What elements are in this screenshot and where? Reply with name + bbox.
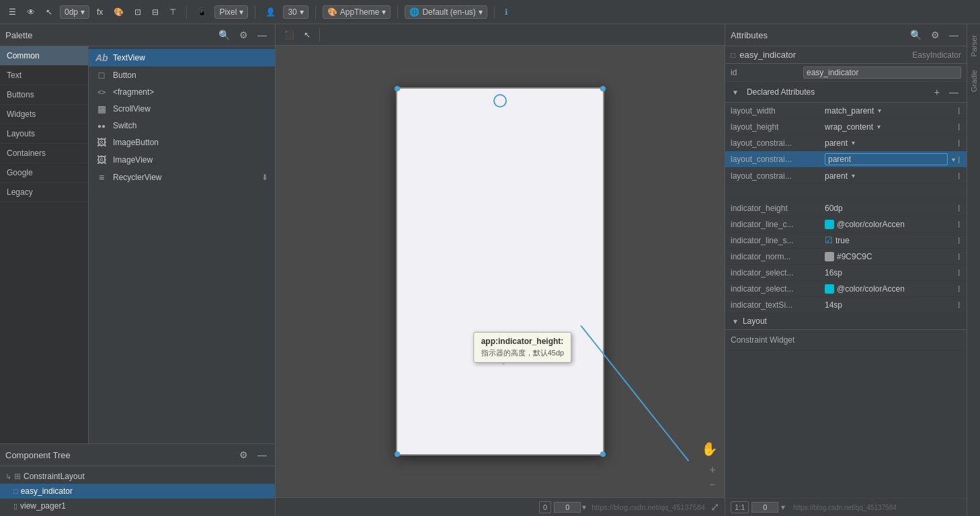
attr-zoom-input[interactable] bbox=[751, 502, 778, 513]
palette-item-fragment[interactable]: <> <fragment> bbox=[89, 84, 275, 100]
constrai-2-more-btn[interactable]: | bbox=[956, 156, 961, 163]
attr-settings-btn[interactable]: ⚙ bbox=[928, 28, 942, 42]
tree-minimize-btn[interactable]: — bbox=[255, 448, 270, 462]
attr-row-indicator-textsi: indicator_textSi... 14sp | bbox=[725, 297, 967, 313]
palette-item-button[interactable]: □ Button bbox=[89, 67, 275, 84]
constrai-1-more-btn[interactable]: | bbox=[956, 139, 961, 146]
palette-search-btn[interactable]: 🔍 bbox=[216, 28, 233, 42]
declared-attrs-add-btn[interactable]: + bbox=[932, 85, 942, 99]
palette-item-switch[interactable]: ●● Switch bbox=[89, 118, 275, 134]
indicator-select-1-more-btn[interactable]: | bbox=[956, 269, 961, 276]
palette-cat-common[interactable]: Common bbox=[0, 46, 88, 66]
palette-cat-containers[interactable]: Containers bbox=[0, 144, 88, 163]
indicator-norm-value: #9C9C9C bbox=[825, 252, 956, 261]
canvas-select-btn[interactable]: ↖ bbox=[300, 29, 314, 41]
tree-item-constraintlayout[interactable]: ↳ ⊞ ConstraintLayout bbox=[0, 469, 275, 484]
toolbar-theme-dropdown[interactable]: 🎨 AppTheme ▾ bbox=[323, 5, 391, 19]
attr-minimize-btn[interactable]: — bbox=[946, 28, 961, 42]
palette-settings-btn[interactable]: ⚙ bbox=[237, 28, 251, 42]
layout-section-header[interactable]: ▼ Layout bbox=[725, 313, 967, 330]
sidebar-tab-gradle[interactable]: Gradle bbox=[969, 66, 979, 96]
toolbar-locale-dropdown[interactable]: 🌐 Default (en-us) ▾ bbox=[405, 5, 487, 19]
indicator-height-more-btn[interactable]: | bbox=[956, 204, 961, 212]
declared-attrs-remove-btn[interactable]: — bbox=[946, 85, 961, 99]
layout-height-more-btn[interactable]: | bbox=[956, 123, 961, 130]
attr-row-indicator-height-hovered bbox=[725, 184, 967, 200]
button-label: Button bbox=[113, 71, 136, 80]
palette-item-imagebutton[interactable]: 🖼 ImageButton bbox=[89, 134, 275, 151]
toolbar-api-dropdown[interactable]: 30 ▾ bbox=[283, 5, 308, 19]
toolbar-pixel-dropdown[interactable]: Pixel ▾ bbox=[214, 5, 248, 19]
toolbar-constraint-btn[interactable]: ⊡ bbox=[131, 6, 145, 18]
indicator-line-s-checkbox: ☑ bbox=[825, 235, 833, 245]
indicator-textsi-more-btn[interactable]: | bbox=[956, 301, 961, 308]
fragment-label: <fragment> bbox=[113, 87, 154, 97]
palette-item-imageview[interactable]: 🖼 ImageView bbox=[89, 151, 275, 169]
constraint-layout-icon: ⊞ bbox=[14, 472, 21, 481]
attr-search-btn[interactable]: 🔍 bbox=[907, 28, 924, 42]
indicator-line-c-more-btn[interactable]: | bbox=[956, 220, 961, 228]
palette-cat-widgets[interactable]: Widgets bbox=[0, 105, 88, 124]
constrai-3-dropdown[interactable]: ▾ bbox=[850, 172, 856, 179]
indicator-line-s-more-btn[interactable]: | bbox=[956, 236, 961, 244]
tooltip-popup: app:indicator_height: 指示器的高度，默认45dp bbox=[474, 332, 571, 363]
declared-attrs-expand-btn[interactable]: ▼ bbox=[731, 89, 740, 96]
toolbar-separator-5 bbox=[494, 5, 495, 19]
constrai-2-input[interactable] bbox=[825, 153, 948, 165]
corner-handle-bl[interactable] bbox=[395, 452, 400, 457]
easy-indicator-tree-label: easy_indicator bbox=[21, 486, 73, 496]
recyclerview-label: RecyclerView bbox=[113, 173, 161, 182]
canvas-content[interactable]: app:indicator_height: 指示器的高度，默认45dp ✋ ＋ … bbox=[276, 46, 725, 497]
constrai-1-dropdown[interactable]: ▾ bbox=[850, 139, 856, 146]
palette-cat-buttons[interactable]: Buttons bbox=[0, 85, 88, 105]
palette-items: Ab TextView □ Button <> <fragment> ▦ Scr… bbox=[89, 46, 275, 443]
corner-handle-tl[interactable] bbox=[395, 86, 400, 91]
tree-item-view-pager[interactable]: ▯ view_pager1 bbox=[0, 499, 275, 513]
corner-handle-br[interactable] bbox=[600, 452, 606, 457]
sidebar-tab-parser[interactable]: Parser bbox=[969, 31, 979, 60]
download-icon: ⬇ bbox=[261, 173, 268, 182]
attr-row-indicator-select-1: indicator_select... 16sp | bbox=[725, 265, 967, 281]
tree-settings-btn[interactable]: ⚙ bbox=[237, 448, 251, 462]
toolbar-fx-btn[interactable]: fx bbox=[93, 6, 106, 18]
declared-attrs-header: ▼ Declared Attributes + — bbox=[725, 82, 967, 103]
zoom-input[interactable] bbox=[554, 502, 581, 513]
toolbar-eye-btn[interactable]: 👁 bbox=[24, 6, 38, 18]
ratio-1to1-btn[interactable]: 0 bbox=[539, 501, 551, 513]
constrai-2-dropdown[interactable]: ▾ bbox=[950, 156, 956, 163]
toolbar-menu-btn[interactable]: ☰ bbox=[5, 6, 19, 18]
attr-ratio-btn[interactable]: 1:1 bbox=[731, 501, 749, 513]
constrai-3-more-btn[interactable]: | bbox=[956, 172, 961, 179]
palette-title: Palette bbox=[5, 30, 212, 40]
toolbar-avatar-btn[interactable]: 👤 bbox=[262, 6, 279, 18]
toolbar-align-btn[interactable]: ⊟ bbox=[149, 6, 162, 18]
toolbar-color-btn[interactable]: 🎨 bbox=[110, 6, 127, 18]
toolbar-info-btn[interactable]: ℹ bbox=[501, 6, 512, 18]
tree-item-easy-indicator[interactable]: □ easy_indicator bbox=[0, 484, 275, 499]
palette-cat-google[interactable]: Google bbox=[0, 163, 88, 183]
toolbar-cursor-btn[interactable]: ↖ bbox=[42, 6, 56, 18]
zoom-in-btn[interactable]: ＋ bbox=[707, 463, 718, 477]
layout-height-dropdown[interactable]: ▾ bbox=[876, 123, 882, 130]
toolbar-baseline-btn[interactable]: ⊤ bbox=[166, 6, 179, 18]
attr-row-layout-width: layout_width match_parent ▾ | bbox=[725, 103, 967, 119]
corner-handle-tr[interactable] bbox=[600, 86, 606, 91]
palette-minimize-btn[interactable]: — bbox=[255, 28, 270, 42]
attr-id-input[interactable] bbox=[803, 67, 961, 79]
layout-width-more-btn[interactable]: | bbox=[956, 107, 961, 114]
toolbar-dp-dropdown[interactable]: 0dp ▾ bbox=[60, 5, 89, 19]
zoom-out-btn[interactable]: － bbox=[707, 478, 718, 492]
indicator-norm-more-btn[interactable]: | bbox=[956, 253, 961, 260]
toolbar-device-btn[interactable]: 📱 bbox=[194, 6, 210, 18]
palette-cat-layouts[interactable]: Layouts bbox=[0, 124, 88, 144]
layout-width-dropdown[interactable]: ▾ bbox=[876, 107, 883, 114]
canvas-design-btn[interactable]: ⬛ bbox=[281, 29, 298, 41]
palette-item-textview[interactable]: Ab TextView bbox=[89, 49, 275, 67]
palette-cat-legacy[interactable]: Legacy bbox=[0, 183, 88, 202]
layout-section-expand-btn[interactable]: ▼ bbox=[731, 318, 740, 325]
palette-item-scrollview[interactable]: ▦ ScrollView bbox=[89, 100, 275, 118]
palette-item-recyclerview[interactable]: ≡ RecyclerView ⬇ bbox=[89, 169, 275, 186]
indicator-select-2-more-btn[interactable]: | bbox=[956, 285, 961, 292]
palette-cat-text[interactable]: Text bbox=[0, 66, 88, 85]
hand-tool[interactable]: ✋ bbox=[701, 441, 718, 457]
